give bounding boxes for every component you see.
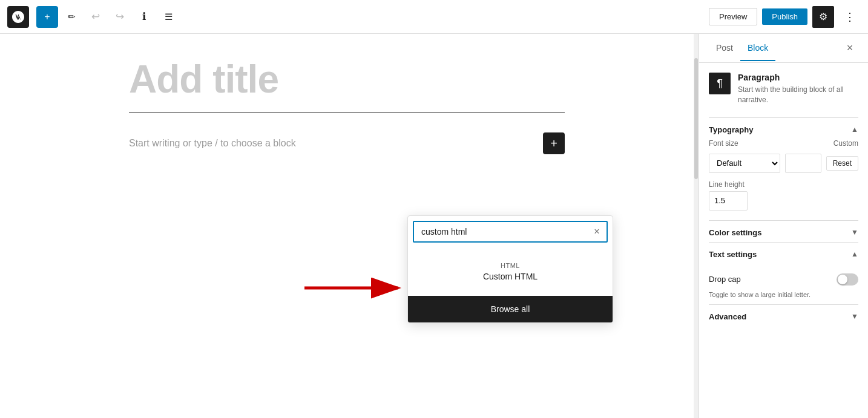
tab-post[interactable]: Post xyxy=(709,36,740,61)
color-settings-label: Color settings xyxy=(709,228,761,237)
gear-icon: ⚙ xyxy=(819,11,827,22)
typography-chevron-up-icon: ▲ xyxy=(851,125,858,134)
font-size-custom-input[interactable] xyxy=(785,154,821,173)
red-arrow xyxy=(298,276,407,300)
preview-button[interactable]: Preview xyxy=(709,8,757,25)
block-info: ¶ Paragraph Start with the building bloc… xyxy=(709,73,858,105)
paragraph-icon: ¶ xyxy=(717,77,723,90)
block-description: Start with the building block of all nar… xyxy=(738,85,858,105)
block-search-input[interactable] xyxy=(414,222,587,241)
plus-icon-inline: + xyxy=(550,137,557,151)
details-button[interactable]: ℹ xyxy=(133,6,155,28)
custom-html-result[interactable]: HTML Custom HTML xyxy=(408,252,613,291)
line-height-label: Line height xyxy=(709,180,858,189)
block-result-name: Custom HTML xyxy=(483,272,538,281)
list-icon: ☰ xyxy=(165,11,173,22)
drop-cap-label: Drop cap xyxy=(709,275,741,284)
info-icon: ℹ xyxy=(142,10,146,23)
editor-inner: Add title Start writing or type / to cho… xyxy=(93,34,601,186)
sidebar: Post Block × ¶ Paragraph Start with the … xyxy=(699,34,868,418)
sidebar-close-button[interactable]: × xyxy=(841,40,858,57)
browse-all-button[interactable]: Browse all xyxy=(408,296,613,322)
drop-cap-toggle[interactable] xyxy=(837,273,858,286)
wordpress-logo xyxy=(7,6,29,28)
block-category-label: HTML xyxy=(501,262,520,269)
color-settings-section-header[interactable]: Color settings ▼ xyxy=(709,220,858,242)
paragraph-block-icon: ¶ xyxy=(709,73,731,94)
editor-area[interactable]: Add title Start writing or type / to cho… xyxy=(0,34,694,418)
add-block-toolbar-button[interactable]: + xyxy=(36,6,58,28)
block-placeholder: Start writing or type / to choose a bloc… xyxy=(129,125,565,162)
drop-cap-section: Drop cap Toggle to show a large initial … xyxy=(709,264,858,304)
settings-button[interactable]: ⚙ xyxy=(812,6,834,28)
block-search-popup: × HTML Custom HTML Browse all xyxy=(407,215,613,323)
text-settings-label: Text settings xyxy=(709,250,757,259)
color-settings-chevron-down-icon: ▼ xyxy=(851,228,858,237)
advanced-section-header[interactable]: Advanced ▼ xyxy=(709,304,858,326)
undo-icon: ↩ xyxy=(91,10,100,23)
title-field[interactable]: Add title xyxy=(129,58,565,100)
line-height-input[interactable] xyxy=(709,191,748,211)
list-view-button[interactable]: ☰ xyxy=(157,6,179,28)
editor-divider xyxy=(129,113,565,113)
toolbar-right: Preview Publish ⚙ ⋮ xyxy=(709,6,861,28)
sidebar-tabs: Post Block × xyxy=(699,34,868,63)
drop-cap-hint: Toggle to show a large initial letter. xyxy=(709,290,858,299)
redo-icon: ↪ xyxy=(116,10,124,23)
redo-button[interactable]: ↪ xyxy=(109,6,131,28)
toolbar-left: + ✏ ↩ ↪ ℹ ☰ xyxy=(7,6,709,28)
more-options-button[interactable]: ⋮ xyxy=(839,6,861,28)
drop-cap-row: Drop cap xyxy=(709,273,858,286)
plus-icon: + xyxy=(44,11,50,22)
typography-label: Typography xyxy=(709,125,753,134)
font-size-labels: Font size Custom xyxy=(709,139,858,150)
advanced-label: Advanced xyxy=(709,312,746,321)
font-size-label: Font size xyxy=(709,139,738,148)
edit-icon: ✏ xyxy=(68,11,76,22)
font-size-select[interactable]: Default Small Normal Medium Large Extra … xyxy=(709,154,780,173)
scroll-thumb[interactable] xyxy=(694,58,698,179)
undo-button[interactable]: ↩ xyxy=(85,6,107,28)
text-settings-section-header[interactable]: Text settings ▲ xyxy=(709,242,858,264)
block-result-area: HTML Custom HTML xyxy=(408,247,613,296)
tab-block[interactable]: Block xyxy=(740,36,775,61)
font-size-row: Default Small Normal Medium Large Extra … xyxy=(709,154,858,173)
font-size-control: Font size Custom Default Small Normal Me… xyxy=(709,139,858,173)
main-container: Add title Start writing or type / to cho… xyxy=(0,34,868,418)
block-search-clear-button[interactable]: × xyxy=(587,222,607,241)
toolbar: + ✏ ↩ ↪ ℹ ☰ Preview Publish ⚙ ⋮ xyxy=(0,0,868,34)
edit-mode-button[interactable]: ✏ xyxy=(61,6,82,28)
sidebar-content: ¶ Paragraph Start with the building bloc… xyxy=(699,63,868,418)
block-name: Paragraph xyxy=(738,73,858,82)
text-settings-chevron-up-icon: ▲ xyxy=(851,250,858,258)
advanced-chevron-down-icon: ▼ xyxy=(851,312,858,321)
block-search-input-wrapper: × xyxy=(413,221,608,243)
font-size-reset-button[interactable]: Reset xyxy=(826,156,858,171)
publish-button[interactable]: Publish xyxy=(762,8,807,25)
block-info-text: Paragraph Start with the building block … xyxy=(738,73,858,105)
line-height-control: Line height xyxy=(709,180,858,211)
block-placeholder-text: Start writing or type / to choose a bloc… xyxy=(129,138,296,149)
custom-label: Custom xyxy=(833,139,858,148)
add-block-inline-button[interactable]: + xyxy=(543,132,565,154)
ellipsis-icon: ⋮ xyxy=(844,10,855,24)
scroll-track[interactable] xyxy=(694,34,699,418)
typography-section-header[interactable]: Typography ▲ xyxy=(709,117,858,139)
